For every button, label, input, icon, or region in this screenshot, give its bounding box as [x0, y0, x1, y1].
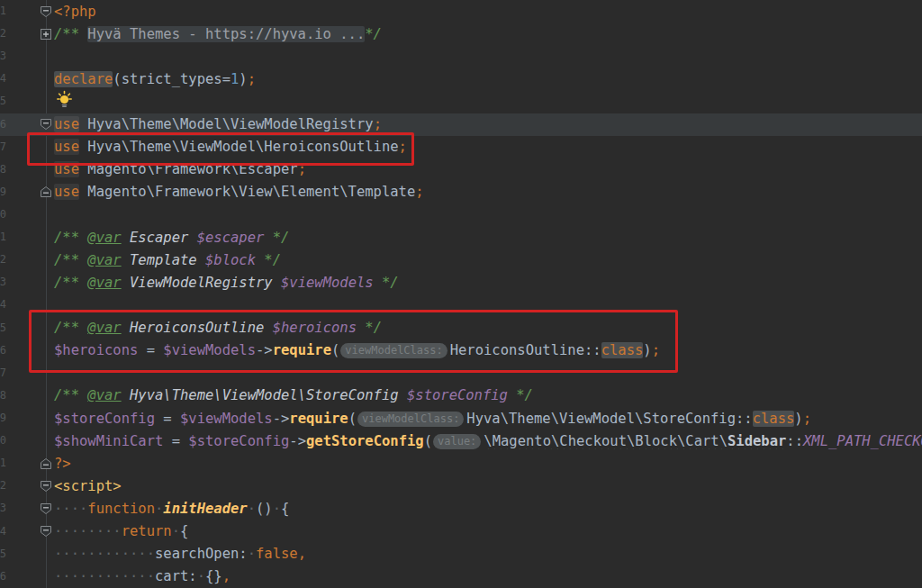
line-number[interactable]: 12: [0, 249, 7, 271]
line-number-text: 16: [0, 339, 6, 362]
code-token: @var: [87, 275, 121, 291]
code-token: initHeader: [163, 501, 247, 517]
line-number[interactable]: 22: [0, 475, 7, 497]
code-token: ;: [803, 411, 811, 427]
code-token: (: [331, 342, 339, 358]
line-number[interactable]: 23: [0, 497, 7, 520]
line-number[interactable]: 10: [0, 204, 7, 226]
line-number-text: 13: [0, 271, 6, 294]
code-line[interactable]: 2/** Hyvä Themes - https://hyva.io ...*/: [0, 23, 922, 45]
code-line[interactable]: 17: [0, 362, 922, 384]
code-line[interactable]: 23····function·initHeader·()·{: [0, 497, 922, 520]
line-number[interactable]: 17: [0, 362, 7, 384]
code-token: (): [256, 501, 273, 517]
line-number[interactable]: 2: [0, 23, 7, 45]
code-text: ····function·initHeader·()·{: [54, 501, 922, 517]
line-number[interactable]: 11: [0, 226, 7, 249]
line-number[interactable]: 26: [0, 565, 7, 588]
line-number[interactable]: 20: [0, 430, 7, 452]
fold-region-end-marker[interactable]: [40, 457, 52, 470]
line-number-text: 5: [0, 90, 6, 113]
code-token: $storeConfig: [407, 387, 508, 403]
line-number[interactable]: 4: [0, 68, 7, 90]
code-token: $viewModels: [180, 411, 273, 427]
code-token: Hyva\Theme\ViewModel\HeroiconsOutline: [79, 139, 399, 155]
code-line[interactable]: 24········return·{: [0, 520, 922, 543]
line-number[interactable]: 6: [0, 113, 7, 136]
line-number[interactable]: 9: [0, 181, 7, 204]
code-text: /** @var Template $block */: [54, 252, 922, 268]
line-number[interactable]: 25: [0, 543, 7, 565]
line-number[interactable]: 18: [0, 384, 7, 407]
intention-bulb-icon[interactable]: [56, 90, 73, 113]
code-line[interactable]: 22<script>: [0, 475, 922, 497]
code-token: [264, 320, 272, 336]
line-number-text: 4: [0, 68, 6, 90]
code-text: use Hyva\Theme\Model\ViewModelRegistry;: [54, 116, 922, 132]
code-token: use: [54, 184, 79, 200]
fold-region-start-marker[interactable]: [40, 5, 52, 18]
code-token: =: [163, 433, 188, 449]
line-number-text: 19: [0, 407, 6, 430]
code-line[interactable]: 13/** @var ViewModelRegistry $viewModels…: [0, 271, 922, 294]
code-token: */: [256, 252, 281, 268]
code-line[interactable]: 5: [0, 90, 922, 113]
fold-region-end-marker[interactable]: [40, 185, 52, 198]
code-token: cart:: [155, 568, 197, 584]
line-number[interactable]: 8: [0, 158, 7, 181]
code-line[interactable]: 12/** @var Template $block */: [0, 249, 922, 271]
code-token: */: [508, 387, 533, 403]
code-line[interactable]: 10: [0, 204, 922, 226]
fold-region-start-marker[interactable]: [40, 118, 52, 131]
code-token: */: [357, 320, 382, 336]
line-number[interactable]: 15: [0, 317, 7, 339]
code-token: /**: [54, 26, 87, 42]
line-number-text: 17: [0, 362, 6, 384]
parameter-hint: viewModelClass:: [357, 412, 464, 427]
code-line[interactable]: 21?>: [0, 452, 922, 475]
code-line[interactable]: 19$storeConfig = $viewModels->require(vi…: [0, 407, 922, 430]
line-number[interactable]: 21: [0, 452, 7, 475]
code-line[interactable]: 11/** @var Escaper $escaper */: [0, 226, 922, 249]
code-token: Sidebar: [728, 433, 786, 449]
line-number[interactable]: 14: [0, 294, 7, 316]
line-number[interactable]: 19: [0, 407, 7, 430]
code-line-current[interactable]: 6use Hyva\Theme\Model\ViewModelRegistry;: [0, 113, 922, 136]
code-token: Escaper: [130, 230, 188, 246]
code-line[interactable]: 18/** @var Hyva\Theme\ViewModel\StoreCon…: [0, 384, 922, 407]
line-number-text: 10: [0, 204, 6, 226]
code-line[interactable]: 16$heroicons = $viewModels->require(view…: [0, 339, 922, 362]
gutter-fold-column: [7, 317, 54, 339]
fold-region-start-marker[interactable]: [40, 502, 52, 515]
code-token: ·: [172, 523, 180, 539]
folded-region-expand-marker[interactable]: [40, 28, 52, 41]
code-line[interactable]: 14: [0, 294, 922, 316]
line-number[interactable]: 13: [0, 271, 7, 294]
code-token: declare: [54, 71, 113, 87]
fold-region-start-marker[interactable]: [40, 480, 52, 493]
code-line[interactable]: 26············cart:·{},: [0, 565, 922, 588]
code-editor[interactable]: 1<?php2/** Hyvä Themes - https://hyva.io…: [0, 0, 922, 588]
code-token: Magento\Framework\View\Element\Template: [79, 184, 415, 200]
line-number[interactable]: 16: [0, 339, 7, 362]
line-number[interactable]: 3: [0, 45, 7, 68]
fold-region-start-marker[interactable]: [40, 525, 52, 538]
line-number[interactable]: 1: [0, 0, 7, 23]
line-number[interactable]: 7: [0, 136, 7, 158]
code-line[interactable]: 25············searchOpen:·false,: [0, 543, 922, 565]
code-token: [122, 252, 130, 268]
code-line[interactable]: 15/** @var HeroiconsOutline $heroicons *…: [0, 317, 922, 339]
code-token: ·: [248, 546, 256, 562]
code-line[interactable]: 3: [0, 45, 922, 68]
code-line[interactable]: 1<?php: [0, 0, 922, 23]
line-number[interactable]: 24: [0, 520, 7, 543]
code-line[interactable]: 7use Hyva\Theme\ViewModel\HeroiconsOutli…: [0, 136, 922, 158]
code-line[interactable]: 9use Magento\Framework\View\Element\Temp…: [0, 181, 922, 204]
gutter-fold-column: [7, 0, 54, 23]
code-line[interactable]: 8use Magento\Framework\Escaper;: [0, 158, 922, 181]
line-number[interactable]: 5: [0, 90, 7, 113]
code-line[interactable]: 20$showMiniCart = $storeConfig->getStore…: [0, 430, 922, 452]
code-line[interactable]: 4declare(strict_types=1);: [0, 68, 922, 90]
code-token: /**: [54, 275, 87, 291]
code-token: =: [155, 411, 180, 427]
